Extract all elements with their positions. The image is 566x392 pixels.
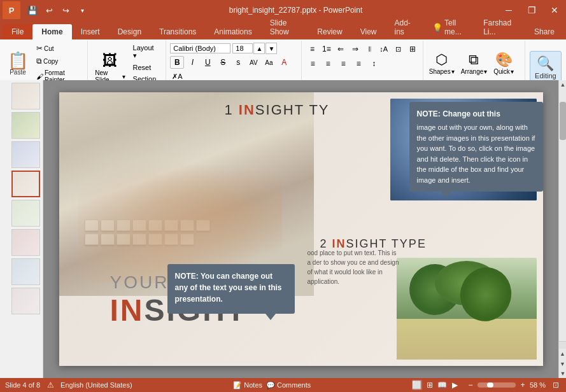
justify-button[interactable]: ≡: [351, 57, 365, 70]
bold-button[interactable]: B: [170, 56, 184, 69]
copy-button[interactable]: ⧉ Copy: [34, 55, 83, 67]
paste-button[interactable]: 📋 Paste: [4, 50, 32, 78]
slide-sorter-button[interactable]: ⊞: [425, 380, 435, 390]
decrease-indent-button[interactable]: ⇐: [334, 43, 347, 55]
vertical-scrollbar[interactable]: ▲ ▲ ▼ ▼: [558, 80, 566, 378]
drawing-controls: ⬡ Shapes ▾ ⧉ Arrange ▾ 🎨 Quick ▾: [427, 43, 521, 83]
zoom-out-button[interactable]: −: [465, 380, 476, 390]
title-1-num: 1: [225, 102, 239, 118]
column-button[interactable]: ⫴: [363, 43, 376, 55]
tab-review[interactable]: Review: [308, 24, 351, 39]
font-color-button[interactable]: A: [277, 56, 291, 69]
tab-design[interactable]: Design: [109, 24, 150, 39]
increase-indent-button[interactable]: ⇒: [349, 43, 362, 55]
reset-button[interactable]: Reset: [131, 62, 162, 73]
smartart-button[interactable]: ⊞: [406, 43, 418, 55]
quick-styles-button[interactable]: 🎨 Quick ▾: [492, 50, 516, 77]
zoom-in-button[interactable]: +: [518, 380, 528, 390]
slide-panel: 1 2 3 4 5 6 7 8: [0, 80, 43, 378]
zoom-slider[interactable]: [478, 382, 516, 388]
slide-thumb-2[interactable]: [11, 112, 40, 139]
change-case-button[interactable]: Aa: [262, 56, 276, 69]
slide-7-wrapper: 7: [11, 258, 40, 285]
cut-label: Cut: [44, 45, 54, 52]
comments-button[interactable]: 💬 Comments: [266, 381, 311, 389]
font-size-increase[interactable]: ▲: [253, 43, 265, 54]
close-button[interactable]: ✕: [543, 0, 566, 20]
paragraph-row-1: ≡ 1≡ ⇐ ⇒ ⫴ ↕A ⊡ ⊞: [306, 43, 419, 55]
editing-label: Editing: [535, 72, 556, 80]
slide-thumb-4[interactable]: [11, 171, 40, 197]
tab-addins[interactable]: Add-ins: [385, 15, 423, 39]
slide-thumb-3[interactable]: [11, 141, 40, 168]
scroll-to-bottom-button[interactable]: ▼: [559, 359, 566, 369]
main-area: 1 2 3 4 5 6 7 8: [0, 80, 566, 378]
status-center: 📝 Notes 💬 Comments: [233, 381, 311, 389]
slideshow-button[interactable]: ▶: [450, 380, 460, 390]
quick-styles-label: Quick ▾: [493, 68, 514, 75]
tab-animations[interactable]: Animations: [205, 24, 260, 39]
scroll-down-button[interactable]: ▼: [559, 369, 566, 378]
comments-label: Comments: [277, 381, 311, 389]
accessibility-icon[interactable]: ⚠: [45, 380, 55, 390]
font-controls: ▲ ▼ B I U S s AV Aa A ✗A: [170, 43, 297, 83]
font-size-input[interactable]: [232, 43, 253, 53]
insight-title-1: 1 INSIGHT TY: [225, 102, 330, 118]
note-box-2: NOTE: You can change out any of the text…: [167, 264, 295, 314]
shapes-button[interactable]: ⬡ Shapes ▾: [427, 50, 456, 77]
bullets-button[interactable]: ≡: [306, 43, 318, 55]
layout-button[interactable]: Layout ▾: [131, 43, 162, 61]
italic-button[interactable]: I: [185, 56, 199, 69]
customize-qa-button[interactable]: ▾: [75, 3, 89, 17]
font-row-1: ▲ ▼: [170, 43, 297, 54]
save-button[interactable]: 💾: [25, 3, 39, 17]
slide-thumb-8[interactable]: [11, 288, 40, 314]
text-direction-button[interactable]: ↕A: [377, 43, 390, 55]
align-left-button[interactable]: ≡: [306, 57, 320, 70]
status-right: ⬜ ⊞ 📖 ▶ − + 58 % ⊡: [412, 380, 561, 390]
note1-title: NOTE: Change out this: [417, 108, 535, 120]
notes-icon: 📝: [233, 381, 242, 389]
scroll-up-button[interactable]: ▲: [559, 80, 566, 89]
font-spacing-button[interactable]: AV: [246, 56, 260, 69]
reading-view-button[interactable]: 📖: [437, 380, 448, 390]
tab-slideshow[interactable]: Slide Show: [261, 15, 309, 39]
arrange-button[interactable]: ⧉ Arrange ▾: [459, 50, 490, 77]
text-content: ood place to put wn text. This is a der …: [308, 248, 400, 286]
slide-thumb-5[interactable]: [11, 200, 40, 227]
numbering-button[interactable]: 1≡: [320, 43, 333, 55]
redo-button[interactable]: ↪: [59, 3, 73, 17]
tab-share[interactable]: Share: [525, 24, 563, 39]
notes-button[interactable]: 📝 Notes: [233, 381, 262, 389]
cut-button[interactable]: ✂ Cut: [34, 43, 83, 54]
slide-canvas[interactable]: 1 INSIGHT TY 2 INSIGHT TYPE YOUR INSIGHT…: [59, 92, 543, 366]
plant-image[interactable]: [397, 258, 537, 360]
shadow-button[interactable]: s: [231, 56, 245, 69]
tab-insert[interactable]: Insert: [72, 24, 109, 39]
strikethrough-button[interactable]: S: [216, 56, 230, 69]
tab-transitions[interactable]: Transitions: [150, 24, 205, 39]
slide-thumb-7[interactable]: [11, 258, 40, 285]
line-spacing-button[interactable]: ↕: [367, 57, 381, 70]
undo-button[interactable]: ↩: [42, 3, 56, 17]
font-name-input[interactable]: [170, 43, 230, 53]
slide-thumb-6[interactable]: [11, 229, 40, 256]
tab-home[interactable]: Home: [32, 24, 71, 39]
underline-button[interactable]: U: [201, 56, 215, 69]
tab-user[interactable]: Farshad Li...: [474, 15, 525, 39]
title-1-rest: SIGHT TY: [255, 102, 330, 118]
tab-file[interactable]: File: [3, 24, 32, 39]
tab-view[interactable]: View: [351, 24, 386, 39]
book-stack: [397, 319, 537, 360]
align-center-button[interactable]: ≡: [321, 57, 335, 70]
tab-tellme[interactable]: 💡Tell me...: [423, 15, 474, 39]
hands-overlay: [78, 143, 282, 283]
font-size-decrease[interactable]: ▼: [265, 43, 277, 54]
normal-view-button[interactable]: ⬜: [412, 380, 422, 390]
fit-slide-button[interactable]: ⊡: [551, 380, 561, 390]
scroll-thumb[interactable]: [560, 102, 566, 140]
align-right-button[interactable]: ≡: [336, 57, 350, 70]
slide-thumb-1[interactable]: [11, 83, 40, 109]
text-align-button[interactable]: ⊡: [392, 43, 404, 55]
scroll-to-top-button[interactable]: ▲: [559, 349, 566, 359]
